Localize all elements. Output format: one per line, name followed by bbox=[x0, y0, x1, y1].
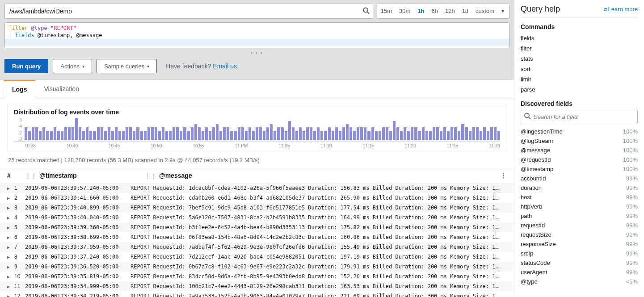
discovered-field[interactable]: @message100% bbox=[521, 146, 638, 155]
field-name: statusCode bbox=[521, 259, 550, 266]
command-parse[interactable]: parse bbox=[521, 84, 638, 95]
time-option-30m[interactable]: 30m bbox=[396, 4, 414, 18]
table-row[interactable]: ▶122019-06-06T23:39:34.219-05:00REPORT R… bbox=[0, 291, 514, 297]
command-filter[interactable]: filter bbox=[521, 43, 638, 54]
time-option-custom[interactable]: custom bbox=[472, 4, 498, 18]
chart-bar bbox=[151, 127, 154, 140]
kw-rest: @timestamp, @message bbox=[34, 32, 102, 38]
learn-more-link[interactable]: ⧉Learn more bbox=[604, 6, 638, 13]
field-name: accountId bbox=[521, 175, 546, 182]
expand-row-icon[interactable]: ▶ bbox=[7, 196, 14, 201]
time-range-picker[interactable]: 15m30m1h6h12h1dcustom▾ bbox=[377, 4, 509, 19]
chart-xlabel: 11:25 bbox=[447, 143, 458, 148]
table-row[interactable]: ▶62019-06-06T23:39:38.699-05:00REPORT Re… bbox=[0, 232, 514, 242]
chart-bar bbox=[396, 127, 399, 140]
command-sort[interactable]: sort bbox=[521, 64, 638, 74]
expand-row-icon[interactable]: ▶ bbox=[7, 255, 14, 259]
discovered-field[interactable]: srcIp99% bbox=[521, 249, 638, 258]
time-option-15m[interactable]: 15m bbox=[377, 4, 396, 18]
chart-bar bbox=[25, 127, 27, 140]
row-message: REPORT RequestId: 7bef5c91-9dc9-45a8-a10… bbox=[130, 205, 507, 211]
table-row[interactable]: ▶22019-06-06T23:39:41.660-05:00REPORT Re… bbox=[0, 193, 514, 203]
row-message: REPORT RequestId: 834cc50d-9d6a-42fb-8b9… bbox=[130, 273, 507, 280]
drag-handle-icon[interactable]: ⋮⋮ bbox=[145, 172, 156, 179]
expand-row-icon[interactable]: ▶ bbox=[7, 294, 14, 297]
time-option-12h[interactable]: 12h bbox=[442, 4, 459, 18]
table-row[interactable]: ▶12019-06-06T23:39:57.240-05:00REPORT Re… bbox=[0, 183, 514, 193]
search-icon[interactable] bbox=[362, 7, 370, 16]
distribution-chart bbox=[14, 117, 500, 142]
table-row[interactable]: ▶42019-06-06T23:39:40.040-05:00REPORT Re… bbox=[0, 213, 514, 222]
discovered-field[interactable]: @ingestionTime100% bbox=[521, 127, 638, 136]
collapse-panel-button[interactable]: ▶ bbox=[514, 28, 514, 38]
expand-row-icon[interactable]: ▶ bbox=[7, 274, 14, 279]
chart-xlabel: 11:15 bbox=[363, 143, 374, 148]
table-row[interactable]: ▶72019-06-06T23:39:37.959-05:00REPORT Re… bbox=[0, 242, 514, 252]
expand-row-icon[interactable]: ▶ bbox=[7, 284, 14, 289]
expand-row-icon[interactable]: ▶ bbox=[7, 245, 14, 250]
query-editor[interactable]: filter @type="REPORT" | fields @timestam… bbox=[4, 22, 509, 48]
command-fields[interactable]: fields bbox=[521, 33, 638, 43]
expand-row-icon[interactable]: ▶ bbox=[7, 215, 14, 220]
discovered-field[interactable]: httpVerb99% bbox=[521, 202, 638, 211]
log-group-input[interactable] bbox=[4, 4, 373, 19]
kw-eq: = bbox=[47, 25, 51, 31]
discovered-field[interactable]: duration99% bbox=[521, 183, 638, 192]
discovered-field[interactable]: @requestId100% bbox=[521, 155, 638, 164]
actions-dropdown[interactable]: Actions▾ bbox=[53, 59, 92, 73]
tab-visualization[interactable]: Visualization bbox=[35, 80, 87, 97]
discovered-field[interactable]: requestSize99% bbox=[521, 230, 638, 239]
time-option-6h[interactable]: 6h bbox=[428, 4, 441, 18]
discovered-field[interactable]: @logStream100% bbox=[521, 136, 638, 146]
expand-row-icon[interactable]: ▶ bbox=[7, 205, 14, 210]
sample-queries-dropdown[interactable]: Sample queries▾ bbox=[97, 59, 157, 73]
chevron-down-icon[interactable]: ▾ bbox=[498, 4, 509, 18]
expand-row-icon[interactable]: ▶ bbox=[7, 235, 14, 240]
discovered-field[interactable]: userAgent99% bbox=[521, 268, 638, 277]
chart-bar bbox=[349, 127, 352, 140]
col-header-message[interactable]: @message bbox=[159, 172, 501, 179]
tab-logs[interactable]: Logs bbox=[4, 80, 35, 97]
chart-bar bbox=[28, 131, 31, 140]
discovered-field[interactable]: path99% bbox=[521, 211, 638, 221]
drag-handle-icon[interactable]: ⋮⋮ bbox=[25, 172, 37, 179]
editor-resize-handle[interactable]: • • • bbox=[0, 48, 514, 55]
discovered-field[interactable]: accountId99% bbox=[521, 174, 638, 183]
discovered-field[interactable]: requestId99% bbox=[521, 221, 638, 230]
discovered-field[interactable]: @timestamp100% bbox=[521, 164, 638, 174]
chart-bar bbox=[209, 131, 211, 140]
chart-bar bbox=[39, 131, 42, 140]
time-option-1h[interactable]: 1h bbox=[414, 4, 428, 18]
table-row[interactable]: ▶102019-06-06T23:39:35.819-05:00REPORT R… bbox=[0, 272, 514, 281]
discovered-field[interactable]: host99% bbox=[521, 192, 638, 202]
expand-row-icon[interactable]: ▶ bbox=[7, 186, 14, 191]
table-row[interactable]: ▶92019-06-06T23:39:36.520-05:00REPORT Re… bbox=[0, 262, 514, 272]
table-options-icon[interactable]: ⋮ bbox=[501, 172, 507, 179]
expand-row-icon[interactable]: ▶ bbox=[7, 225, 14, 230]
chart-bar bbox=[147, 127, 150, 140]
chart-bar bbox=[436, 127, 439, 140]
discovered-field[interactable]: @type<5% bbox=[521, 277, 638, 286]
command-limit[interactable]: limit bbox=[521, 74, 638, 84]
row-index: 2 bbox=[14, 195, 25, 201]
table-row[interactable]: ▶52019-06-06T23:39:39.360-05:00REPORT Re… bbox=[0, 222, 514, 232]
chart-bar bbox=[256, 127, 258, 140]
discovered-field[interactable]: responseSize99% bbox=[521, 239, 638, 249]
field-search-input[interactable] bbox=[521, 110, 638, 123]
chart-bar bbox=[418, 131, 421, 140]
command-stats[interactable]: stats bbox=[521, 54, 638, 64]
feedback-link[interactable]: Email us. bbox=[213, 63, 239, 70]
col-header-timestamp[interactable]: @timestamp bbox=[39, 172, 145, 179]
chart-bar bbox=[367, 131, 370, 140]
table-row[interactable]: ▶32019-06-06T23:39:40.899-05:00REPORT Re… bbox=[0, 203, 514, 213]
run-query-button[interactable]: Run query bbox=[4, 59, 48, 73]
time-option-1d[interactable]: 1d bbox=[459, 4, 472, 18]
chart-bar bbox=[140, 131, 143, 140]
scan-summary: 25 records matched | 128,780 records (56… bbox=[0, 154, 514, 168]
table-row[interactable]: ▶82019-06-06T23:39:37.240-05:00REPORT Re… bbox=[0, 252, 514, 262]
chart-bar bbox=[461, 124, 464, 140]
row-index: 10 bbox=[14, 273, 25, 280]
discovered-field[interactable]: statusCode99% bbox=[521, 258, 638, 268]
expand-row-icon[interactable]: ▶ bbox=[7, 264, 14, 269]
table-row[interactable]: ▶112019-06-06T23:39:34.999-05:00REPORT R… bbox=[0, 281, 514, 291]
